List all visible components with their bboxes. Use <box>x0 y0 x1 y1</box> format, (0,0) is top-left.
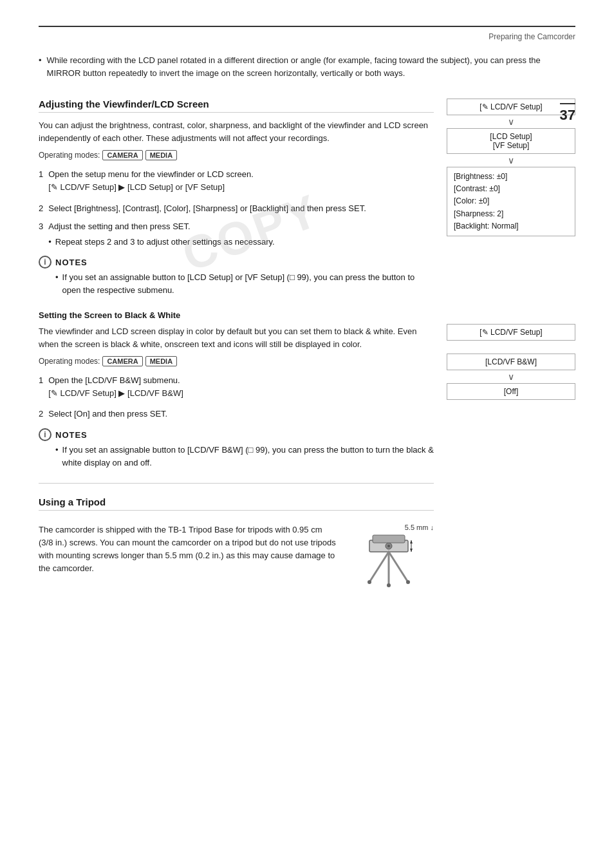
section2-steps: 1 Open the [LCD/VF B&W] submenu. [✎ LCD/… <box>39 374 434 420</box>
sidebar-arrow2: ∨ <box>447 155 575 165</box>
svg-marker-5 <box>410 549 413 552</box>
section1-steps: 1 Open the setup menu for the viewfinder… <box>39 168 434 248</box>
step-2-num: 2 <box>39 202 43 215</box>
sidebar2-arrow1 <box>447 342 575 352</box>
bw-step-1-num: 1 <box>39 374 43 402</box>
section-bw: Setting the Screen to Black & White The … <box>39 310 434 470</box>
section1-body: You can adjust the brightness, contrast,… <box>39 119 434 145</box>
tripod-measurement: 5.5 mm ↓ <box>350 524 434 531</box>
svg-marker-4 <box>410 540 413 543</box>
tripod-svg <box>350 534 427 592</box>
page: Preparing the Camcorder 37 COPY • While … <box>0 0 614 868</box>
bw-step-2: 2 Select [On] and then press SET. <box>39 408 434 420</box>
notes-content-1: If you set an assignable button to [LCD … <box>62 271 434 297</box>
sidebar-values: [Brightness: ±0] [Contrast: ±0] [Color: … <box>447 167 575 236</box>
sidebar-val-2: [Contrast: ±0] <box>454 183 568 195</box>
section-viewfinder: Adjusting the Viewfinder/LCD Screen You … <box>39 99 434 594</box>
notes-text-2: • If you set an assignable button to [LC… <box>55 444 434 469</box>
svg-line-8 <box>389 552 408 582</box>
svg-point-11 <box>406 580 410 584</box>
camera-mode-badge-2: CAMERA <box>102 356 142 366</box>
notes-label: NOTES <box>55 258 88 267</box>
sidebar-val-5: [Backlight: Normal] <box>454 220 568 232</box>
step-3-text: Adjust the setting and then press SET. <box>48 222 190 231</box>
section-tripod: Using a Tripod The camcorder is shipped … <box>39 496 434 594</box>
section2-heading: Setting the Screen to Black & White <box>39 310 434 320</box>
notes-bullet-2: • <box>55 444 59 469</box>
sidebar-section1: [✎ LCD/VF Setup] ∨ [LCD Setup] [VF Setup… <box>447 99 575 236</box>
sidebar-box1: [✎ LCD/VF Setup] <box>447 99 575 115</box>
svg-point-10 <box>387 583 391 587</box>
bw-step-1-menu: [✎ LCD/VF Setup] ▶ [LCD/VF B&W] <box>48 387 434 400</box>
step-2-text: Select [Brightness], [Contrast], [Color]… <box>48 203 366 213</box>
step-3: 3 Adjust the setting and then press SET.… <box>39 220 434 249</box>
sidebar-val-4: [Sharpness: 2] <box>454 208 568 220</box>
sidebar-gap <box>447 247 575 324</box>
notes-header: i NOTES <box>39 256 434 269</box>
notes-header-2: i NOTES <box>39 428 434 441</box>
main-content: Adjusting the Viewfinder/LCD Screen You … <box>39 99 575 594</box>
camera-mode-badge: CAMERA <box>102 150 142 160</box>
step-1-num: 1 <box>39 168 43 196</box>
header-title: Preparing the Camcorder <box>488 32 575 41</box>
bw-step-2-content: Select [On] and then press SET. <box>48 408 434 420</box>
step-2-content: Select [Brightness], [Contrast], [Color]… <box>48 202 434 215</box>
sidebar2-arrow2: ∨ <box>447 372 575 382</box>
section3-body: The camcorder is shipped with the TB-1 T… <box>39 524 337 576</box>
bw-step-1-text: Open the [LCD/VF B&W] submenu. <box>48 375 180 385</box>
intro-text: While recording with the LCD panel rotat… <box>47 54 575 79</box>
sidebar-section2: [✎ LCD/VF Setup] [LCD/VF B&W] ∨ [Off] <box>447 324 575 400</box>
step-2: 2 Select [Brightness], [Contrast], [Colo… <box>39 202 434 215</box>
media-mode-badge-2: MEDIA <box>145 356 177 366</box>
sidebar-box2: [LCD Setup] [VF Setup] <box>447 128 575 154</box>
step-1-menu: [✎ LCD/VF Setup] ▶ [LCD Setup] or [VF Se… <box>48 181 434 194</box>
section3-heading: Using a Tripod <box>39 496 434 511</box>
bw-step-2-text: Select [On] and then press SET. <box>48 409 167 419</box>
section2-body: The viewfinder and LCD screen display in… <box>39 325 434 351</box>
sidebar-arrow1: ∨ <box>447 117 575 127</box>
notes-bullet: • <box>55 271 59 297</box>
step-1: 1 Open the setup menu for the viewfinder… <box>39 168 434 196</box>
sidebar-box2-line2: [VF Setup] <box>454 141 568 150</box>
sidebar2-box2: [LCD/VF B&W] <box>447 354 575 370</box>
step-3-content: Adjust the setting and then press SET. •… <box>48 220 434 249</box>
top-rule <box>39 26 575 27</box>
section2-notes: i NOTES • If you set an assignable butto… <box>39 428 434 469</box>
bw-step-2-num: 2 <box>39 408 43 420</box>
sidebar-box2-line1: [LCD Setup] <box>454 132 568 141</box>
notes-icon: i <box>39 256 51 269</box>
right-sidebar: [✎ LCD/VF Setup] ∨ [LCD Setup] [VF Setup… <box>447 99 575 594</box>
step-3-sub-text: Repeat steps 2 and 3 to adjust other set… <box>55 236 275 249</box>
notes-icon-2: i <box>39 428 51 441</box>
step-3-sub: • Repeat steps 2 and 3 to adjust other s… <box>48 236 434 249</box>
step-1-content: Open the setup menu for the viewfinder o… <box>48 168 434 196</box>
left-column: Adjusting the Viewfinder/LCD Screen You … <box>39 99 434 594</box>
intro-bullet: • While recording with the LCD panel rot… <box>39 54 575 79</box>
page-number: 37 <box>560 103 575 124</box>
page-header: Preparing the Camcorder <box>39 32 575 41</box>
notes-label-2: NOTES <box>55 430 88 440</box>
bw-step-1: 1 Open the [LCD/VF B&W] submenu. [✎ LCD/… <box>39 374 434 402</box>
bullet-dot: • <box>39 54 42 79</box>
tripod-section: The camcorder is shipped with the TB-1 T… <box>39 524 434 594</box>
operating-modes-label: Operating modes: <box>39 151 100 160</box>
sidebar-val-1: [Brightness: ±0] <box>454 171 568 183</box>
tripod-text: The camcorder is shipped with the TB-1 T… <box>39 524 337 581</box>
section-divider <box>39 483 434 484</box>
svg-rect-12 <box>373 535 405 543</box>
sidebar2-box3: [Off] <box>447 383 575 400</box>
section1-operating-modes: Operating modes: CAMERA MEDIA <box>39 150 434 160</box>
section1-heading: Adjusting the Viewfinder/LCD Screen <box>39 99 434 113</box>
section2-operating-modes: Operating modes: CAMERA MEDIA <box>39 356 434 366</box>
svg-point-9 <box>367 580 371 584</box>
notes-text-1: • If you set an assignable button to [LC… <box>55 271 434 297</box>
sidebar-val-3: [Color: ±0] <box>454 195 568 207</box>
bw-step-1-content: Open the [LCD/VF B&W] submenu. [✎ LCD/VF… <box>48 374 434 402</box>
step-3-sub-bullet: • <box>48 236 51 249</box>
notes-content-2: If you set an assignable button to [LCD/… <box>62 444 434 469</box>
operating-modes-label-2: Operating modes: <box>39 357 100 366</box>
step-3-sub-item: • Repeat steps 2 and 3 to adjust other s… <box>48 236 434 249</box>
sidebar2-box1: [✎ LCD/VF Setup] <box>447 324 575 341</box>
step-1-text: Open the setup menu for the viewfinder o… <box>48 169 254 179</box>
svg-point-2 <box>387 545 390 547</box>
